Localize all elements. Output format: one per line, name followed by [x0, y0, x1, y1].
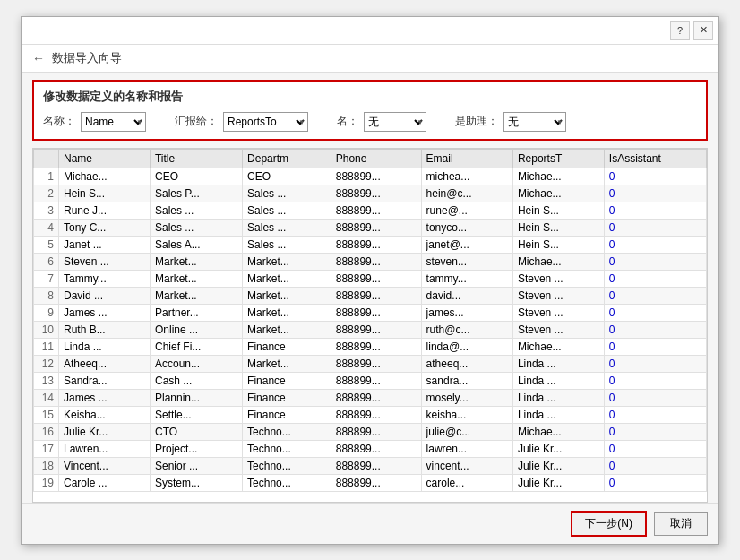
- cell-reports: Hein S...: [512, 202, 604, 219]
- cell-reports: Steven ...: [512, 304, 604, 321]
- table-row: 10 Ruth B... Online ... Market... 888899…: [34, 321, 707, 338]
- cell-dept: Techno...: [243, 423, 331, 440]
- cell-title: Online ...: [150, 321, 242, 338]
- is-assistant-select[interactable]: 无: [503, 112, 566, 132]
- cell-dept: Sales ...: [243, 236, 331, 253]
- cell-email: lawren...: [421, 440, 512, 457]
- cell-phone: 888899...: [331, 304, 421, 321]
- cell-num: 19: [34, 474, 59, 491]
- cell-email: carole...: [421, 474, 512, 491]
- cell-assist: 0: [604, 287, 706, 304]
- cell-title: Sales A...: [150, 236, 242, 253]
- cell-phone: 888899...: [331, 457, 421, 474]
- table-scroll[interactable]: Name Title Departm Phone Email ReportsT …: [33, 149, 707, 502]
- cell-num: 3: [34, 202, 59, 219]
- cell-num: 4: [34, 219, 59, 236]
- cell-name: Carole ...: [59, 474, 151, 491]
- cell-name: Rune J...: [59, 202, 151, 219]
- cell-num: 17: [34, 440, 59, 457]
- config-row: 名称： Name 汇报给： ReportsTo 名： 无: [43, 112, 697, 132]
- cell-name: Tammy...: [59, 270, 151, 287]
- cell-assist: 0: [604, 304, 706, 321]
- table-row: 19 Carole ... System... Techno... 888899…: [34, 474, 707, 491]
- cell-title: Settle...: [150, 406, 242, 423]
- back-arrow-icon[interactable]: ←: [32, 51, 45, 65]
- cell-num: 9: [34, 304, 59, 321]
- cell-title: Partner...: [150, 304, 242, 321]
- help-button[interactable]: ?: [670, 21, 690, 40]
- cell-title: CEO: [150, 168, 242, 185]
- col-email: Email: [421, 149, 512, 168]
- cell-assist: 0: [604, 457, 706, 474]
- cell-name: Linda ...: [59, 338, 151, 355]
- cell-name: James ...: [59, 304, 151, 321]
- cell-title: Market...: [150, 287, 242, 304]
- cell-assist: 0: [604, 202, 706, 219]
- cell-reports: Linda ...: [512, 389, 604, 406]
- cell-dept: Finance: [243, 389, 331, 406]
- cell-reports: Linda ...: [512, 355, 604, 372]
- cell-title: Market...: [150, 253, 242, 270]
- cell-num: 10: [34, 321, 59, 338]
- cell-phone: 888899...: [331, 440, 421, 457]
- cell-phone: 888899...: [331, 270, 421, 287]
- cancel-button[interactable]: 取消: [654, 512, 708, 536]
- cell-num: 1: [34, 168, 59, 185]
- is-assistant-select-wrapper: 无: [503, 112, 566, 132]
- cell-num: 11: [34, 338, 59, 355]
- table-row: 11 Linda ... Chief Fi... Finance 888899.…: [34, 338, 707, 355]
- cell-name: James ...: [59, 389, 151, 406]
- table-header-row: Name Title Departm Phone Email ReportsT …: [34, 149, 707, 168]
- cell-assist: 0: [604, 389, 706, 406]
- cell-email: tonyco...: [421, 219, 512, 236]
- reports-to-select-wrapper: ReportsTo: [223, 112, 308, 132]
- cell-phone: 888899...: [331, 253, 421, 270]
- cell-phone: 888899...: [331, 321, 421, 338]
- cell-name: Hein S...: [59, 185, 151, 202]
- table-row: 2 Hein S... Sales P... Sales ... 888899.…: [34, 185, 707, 202]
- cell-title: Sales P...: [150, 185, 242, 202]
- cell-phone: 888899...: [331, 355, 421, 372]
- cell-reports: Linda ...: [512, 406, 604, 423]
- cell-title: System...: [150, 474, 242, 491]
- cell-num: 13: [34, 372, 59, 389]
- cell-assist: 0: [604, 236, 706, 253]
- cell-reports: Julie Kr...: [512, 474, 604, 491]
- name2-select[interactable]: 无: [364, 112, 426, 132]
- cell-assist: 0: [604, 270, 706, 287]
- next-button[interactable]: 下一步(N): [571, 511, 647, 537]
- cell-reports: Linda ...: [512, 372, 604, 389]
- cell-dept: Techno...: [243, 440, 331, 457]
- table-body: 1 Michae... CEO CEO 888899... michea... …: [34, 168, 707, 491]
- cell-num: 12: [34, 355, 59, 372]
- name-select[interactable]: Name: [81, 112, 146, 132]
- col-dept: Departm: [243, 149, 331, 168]
- close-button[interactable]: ✕: [693, 21, 713, 40]
- cell-email: david...: [421, 287, 512, 304]
- reports-to-select[interactable]: ReportsTo: [223, 112, 308, 132]
- title-bar: ? ✕: [22, 17, 718, 45]
- cell-phone: 888899...: [331, 389, 421, 406]
- cell-title: Cash ...: [150, 372, 242, 389]
- cell-dept: Market...: [243, 355, 331, 372]
- cell-num: 6: [34, 253, 59, 270]
- table-row: 18 Vincent... Senior ... Techno... 88889…: [34, 457, 707, 474]
- cell-name: Vincent...: [59, 457, 151, 474]
- cell-title: Senior ...: [150, 457, 242, 474]
- cell-reports: Julie Kr...: [512, 457, 604, 474]
- cell-name: Lawren...: [59, 440, 151, 457]
- cell-name: Janet ...: [59, 236, 151, 253]
- cell-name: Keisha...: [59, 406, 151, 423]
- cell-dept: Market...: [243, 253, 331, 270]
- table-row: 5 Janet ... Sales A... Sales ... 888899.…: [34, 236, 707, 253]
- col-num: [34, 149, 59, 168]
- cell-phone: 888899...: [331, 423, 421, 440]
- table-row: 9 James ... Partner... Market... 888899.…: [34, 304, 707, 321]
- cell-phone: 888899...: [331, 219, 421, 236]
- cell-reports: Michae...: [512, 253, 604, 270]
- table-row: 17 Lawren... Project... Techno... 888899…: [34, 440, 707, 457]
- cell-assist: 0: [604, 440, 706, 457]
- cell-name: Sandra...: [59, 372, 151, 389]
- cell-reports: Steven ...: [512, 321, 604, 338]
- cell-title: Plannin...: [150, 389, 242, 406]
